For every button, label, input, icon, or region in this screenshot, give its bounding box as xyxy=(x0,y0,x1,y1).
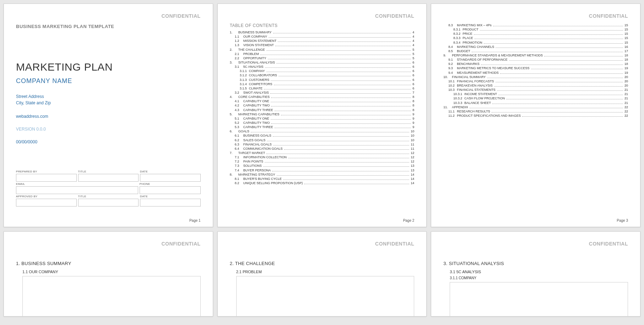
label-phone: PHONE xyxy=(140,182,201,186)
toc-entry: 8.1BUYER'S BUYING CYCLE14 xyxy=(230,177,415,181)
content-box[interactable] xyxy=(450,282,628,316)
toc-entry: 3.SITUATIONAL ANALYSIS6 xyxy=(230,60,415,65)
toc-entry: 8.3.4PROMOTION15 xyxy=(443,40,628,45)
field-phone[interactable] xyxy=(140,186,201,194)
toc-entry: 8.MARKETING STRATEGY14 xyxy=(230,172,415,177)
toc-entry: 6.GOALS10 xyxy=(230,129,415,133)
confidential-watermark: CONFIDENTIAL xyxy=(375,13,414,19)
toc-list: 1.BUSINESS SUMMARY41.1OUR COMPANY41.2MIS… xyxy=(230,30,415,185)
web-address: webaddress.com xyxy=(16,114,201,119)
toc-entry: 7.3SOLUTIONS13 xyxy=(230,164,415,168)
toc-entry: 5.1CAPABILITY ONE9 xyxy=(230,116,415,121)
toc-entry: 8.2UNIQUE SELLING PROPOSITION (USP)14 xyxy=(230,181,415,185)
page-6: CONFIDENTIAL 3. SITUATIONAL ANALYSIS 3.1… xyxy=(431,231,640,316)
toc-entry: 7.1INFORMATION COLLECTION12 xyxy=(230,155,415,159)
toc-entry: 2.THE CHALLENGE5 xyxy=(230,48,415,52)
toc-entry: 2.1PROBLEM5 xyxy=(230,52,415,56)
toc-entry: 2.2OPPORTUNITY5 xyxy=(230,56,415,60)
confidential-watermark: CONFIDENTIAL xyxy=(161,13,200,19)
toc-entry: 3.1.1COMPANY6 xyxy=(230,69,415,73)
toc-entry: 1.2MISSION STATEMENT4 xyxy=(230,39,415,43)
confidential-watermark: CONFIDENTIAL xyxy=(589,241,628,247)
toc-entry: 11.1RESEARCH RESULTS22 xyxy=(443,109,628,114)
template-eyebrow: BUSINESS MARKETING PLAN TEMPLATE xyxy=(16,24,201,29)
toc-entry: 7.4BUYER PERSONA13 xyxy=(230,168,415,172)
page-1: CONFIDENTIAL BUSINESS MARKETING PLAN TEM… xyxy=(4,4,213,227)
section-heading: 2. THE CHALLENGE xyxy=(230,261,415,266)
toc-entry: 8.3.2PRICE15 xyxy=(443,32,628,36)
field-approved-by[interactable] xyxy=(16,199,77,206)
toc-entry: 3.2SWOT ANALYSIS7 xyxy=(230,90,415,95)
toc-entry: 10.3FINANCIAL STATEMENTS21 xyxy=(443,88,628,92)
toc-entry: 4.1CAPABILITY ONE8 xyxy=(230,99,415,103)
section-heading: 1. BUSINESS SUMMARY xyxy=(16,261,201,266)
toc-entry: 10.2BREAKEVEN ANALYSIS20 xyxy=(443,83,628,88)
content-box[interactable] xyxy=(236,276,415,316)
label-date-1: DATE xyxy=(140,169,201,174)
label-date-2: DATE xyxy=(140,194,201,199)
confidential-watermark: CONFIDENTIAL xyxy=(589,13,628,19)
toc-entry: 1.3VISION STATEMENT4 xyxy=(230,43,415,47)
company-name: COMPANY NAME xyxy=(16,77,201,85)
toc-entry: 10.FINANCIAL SUMMARY20 xyxy=(443,75,628,79)
section-heading: 3. SITUATIONAL ANALYSIS xyxy=(443,261,628,266)
field-title-2[interactable] xyxy=(78,199,139,206)
toc-entry: 5.3CAPABILITY THREE9 xyxy=(230,125,415,129)
toc-entry: 3.1.5CLIMATE6 xyxy=(230,86,415,90)
page-4: CONFIDENTIAL 1. BUSINESS SUMMARY 1.1 OUR… xyxy=(4,231,213,316)
toc-entry: 6.4COMMUNICATION GOALS11 xyxy=(230,147,415,151)
toc-entry: 3.15C ANALYSIS6 xyxy=(230,65,415,69)
toc-entry: 3.1.2COLLABORATORS6 xyxy=(230,73,415,77)
toc-entry: 8.3.1PRODUCT15 xyxy=(443,27,628,32)
toc-entry: 6.1BUSINESS GOALS10 xyxy=(230,133,415,138)
label-title-2: TITLE xyxy=(78,194,139,199)
page-number: Page 3 xyxy=(617,219,628,222)
toc-entry: 3.1.4COMPETITORS6 xyxy=(230,82,415,86)
toc-entry: 4.CORE CAPABILITIES8 xyxy=(230,95,415,99)
subsection-heading: 3.1 5C ANALYSIS xyxy=(443,270,628,274)
signoff-form: PREPARED BY TITLE DATE EMAIL PHONE APPRO… xyxy=(16,169,201,206)
label-email: EMAIL xyxy=(16,182,138,186)
subsubsection-heading: 3.1.1 COMPANY xyxy=(443,276,628,280)
toc-entry: 10.3.1INCOME STATEMENT21 xyxy=(443,92,628,96)
toc-entry: 8.5BUDGET17 xyxy=(443,49,628,53)
toc-entry: 6.3FINANCIAL GOALS11 xyxy=(230,142,415,147)
toc-entry: 5.MARKETING CAPABILITIES9 xyxy=(230,112,415,116)
page-3: CONFIDENTIAL 8.3MARKETING MIX – 4Ps158.3… xyxy=(431,4,640,227)
toc-entry: 9.2BENCHMARKS18 xyxy=(443,62,628,66)
confidential-watermark: CONFIDENTIAL xyxy=(375,241,414,247)
field-date-2[interactable] xyxy=(140,199,201,206)
confidential-watermark: CONFIDENTIAL xyxy=(161,241,200,247)
label-approved-by: APPROVED BY xyxy=(16,194,77,199)
toc-entry: 8.3MARKETING MIX – 4Ps15 xyxy=(443,23,628,27)
toc-entry: 9.4MEASUREMENT METHODS19 xyxy=(443,71,628,75)
toc-entry: 3.1.3CUSTOMERS6 xyxy=(230,78,415,82)
version: VERSION 0.0.0 xyxy=(16,127,201,132)
field-prepared-by[interactable] xyxy=(16,174,77,182)
toc-entry: 4.3CAPABILITY THREE8 xyxy=(230,108,415,112)
city-state-zip: City, State and Zip xyxy=(16,100,201,106)
field-title-1[interactable] xyxy=(78,174,139,182)
toc-list: 8.3MARKETING MIX – 4Ps158.3.1PRODUCT158.… xyxy=(443,23,628,118)
toc-entry: 7.2PAIN POINTS12 xyxy=(230,159,415,164)
toc-entry: 9.3MARKETING METRICS TO MEASURE SUCCESS1… xyxy=(443,66,628,70)
toc-entry: 10.3.3BALANCE SHEET21 xyxy=(443,101,628,105)
toc-entry: 9.1STANDARDS OF PERFORMANCE18 xyxy=(443,57,628,62)
toc-entry: 6.2SALES GOALS10 xyxy=(230,138,415,142)
content-box[interactable] xyxy=(22,276,201,316)
toc-entry: 7.TARGET MARKET12 xyxy=(230,151,415,155)
toc-entry: 11.2PRODUCT SPECIFICATIONS AND IMAGES22 xyxy=(443,114,628,118)
street-address: Street Address xyxy=(16,93,201,100)
toc-entry: 8.3.3PLACE15 xyxy=(443,36,628,40)
toc-entry: 10.1FINANCIAL FORECASTS20 xyxy=(443,79,628,83)
field-email[interactable] xyxy=(16,186,138,194)
page-5: CONFIDENTIAL 2. THE CHALLENGE 2.1 PROBLE… xyxy=(217,231,427,316)
toc-entry: 4.2CAPABILITY TWO8 xyxy=(230,103,415,108)
doc-title: MARKETING PLAN xyxy=(16,61,201,73)
subsection-heading: 2.1 PROBLEM xyxy=(230,270,415,274)
field-date-1[interactable] xyxy=(140,174,201,182)
page-number: Page 2 xyxy=(403,219,415,222)
label-title-1: TITLE xyxy=(78,169,139,174)
toc-title: TABLE OF CONTENTS xyxy=(230,23,415,28)
toc-entry: 1.BUSINESS SUMMARY4 xyxy=(230,30,415,34)
